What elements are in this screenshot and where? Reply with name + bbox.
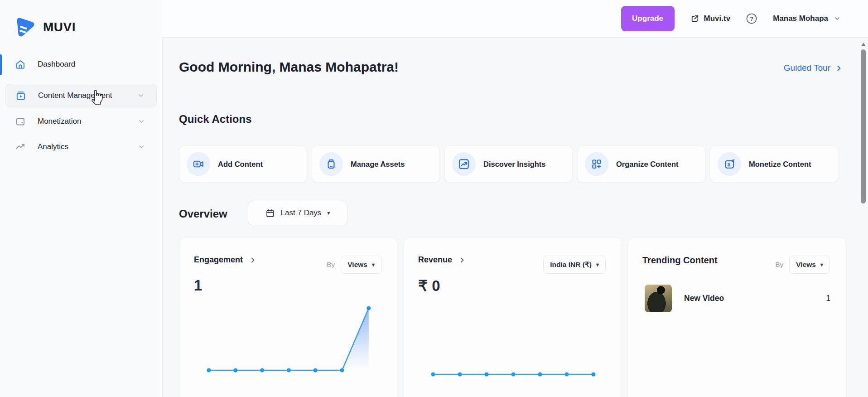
active-nav-indicator: [0, 54, 2, 75]
by-label: By: [775, 261, 783, 269]
topbar: Upgrade Muvi.tv ? Manas Mohapa: [162, 0, 868, 37]
sidebar-item-monetization[interactable]: Monetization: [5, 110, 157, 133]
engagement-card-link[interactable]: Engagement: [194, 255, 256, 265]
chart-insights-icon: [452, 152, 476, 176]
overview-cards: Engagement By Views ▾ 1: [179, 237, 846, 397]
revenue-card: Revenue India INR (₹) ▾ ₹ 0: [403, 237, 622, 397]
sidebar-item-dashboard[interactable]: Dashboard: [5, 53, 157, 76]
metric-value: Views: [796, 261, 816, 269]
svg-text:$: $: [728, 162, 731, 167]
trending-metric-dropdown[interactable]: Views ▾: [789, 256, 830, 274]
overview-title: Overview: [179, 208, 227, 220]
grid-plus-icon: [585, 152, 608, 176]
sidebar-item-label: Dashboard: [38, 60, 75, 69]
muvi-dashboard-page: MUVI Dashboard Content Management: [0, 0, 868, 397]
caret-down-icon: ▾: [327, 210, 330, 216]
external-link-icon: [690, 14, 699, 24]
sidebar-item-label: Monetization: [38, 117, 81, 126]
revenue-title: Revenue: [418, 255, 452, 265]
date-range-value: Last 7 Days: [281, 208, 322, 218]
chevron-right-icon: [835, 64, 843, 72]
main-content: Good Morning, Manas Mohapatra! Guided To…: [162, 37, 868, 397]
wallet-icon: [15, 116, 26, 127]
user-menu[interactable]: Manas Mohapa: [773, 14, 841, 23]
guided-tour-link[interactable]: Guided Tour: [784, 63, 843, 73]
trending-title: Trending Content: [642, 255, 718, 266]
brand-name: MUVI: [43, 20, 76, 34]
upgrade-button[interactable]: Upgrade: [621, 6, 675, 31]
engagement-card: Engagement By Views ▾ 1: [179, 237, 398, 397]
sidebar: MUVI Dashboard Content Management: [0, 0, 162, 397]
chevron-right-icon: [458, 257, 466, 264]
organize-content-button[interactable]: Organize Content: [577, 145, 705, 183]
sidebar-item-content-management[interactable]: Content Management: [5, 84, 157, 107]
date-range-dropdown[interactable]: Last 7 Days ▾: [248, 201, 347, 225]
quick-action-label: Discover Insights: [483, 160, 546, 169]
assets-box-icon: [319, 152, 343, 176]
video-library-icon: [15, 90, 26, 101]
money-in-icon: $: [718, 152, 741, 176]
metric-value: Views: [347, 261, 367, 269]
trending-up-icon: [15, 141, 26, 152]
trending-content-card: Trending Content By Views ▾ New Video 1: [627, 237, 846, 397]
caret-down-icon: ▾: [820, 261, 823, 268]
trending-list-item[interactable]: New Video 1: [645, 285, 830, 312]
engagement-title: Engagement: [194, 255, 243, 265]
muvi-tv-link[interactable]: Muvi.tv: [690, 14, 731, 24]
home-icon: [15, 59, 26, 70]
user-name: Manas Mohapa: [773, 14, 828, 23]
quick-action-label: Monetize Content: [749, 160, 811, 169]
caret-down-icon: ▾: [372, 261, 375, 268]
chevron-down-icon: [138, 118, 145, 125]
sidebar-item-label: Analytics: [38, 142, 68, 151]
brand-logo[interactable]: MUVI: [15, 17, 76, 37]
quick-actions-row: Add Content Manage Assets: [179, 145, 838, 183]
quick-action-label: Add Content: [218, 160, 263, 169]
add-content-button[interactable]: Add Content: [179, 145, 307, 183]
engagement-metric-dropdown[interactable]: Views ▾: [341, 256, 381, 274]
chevron-down-icon: [137, 92, 145, 99]
quick-actions-title: Quick Actions: [179, 113, 251, 126]
muvi-logo-icon: [15, 17, 36, 37]
page-title: Good Morning, Manas Mohapatra!: [179, 59, 399, 75]
guided-tour-label: Guided Tour: [784, 63, 830, 73]
scrollbar-thumb[interactable]: [861, 49, 866, 203]
currency-dropdown[interactable]: India INR (₹) ▾: [543, 256, 606, 274]
sidebar-item-analytics[interactable]: Analytics: [5, 135, 157, 159]
quick-action-label: Organize Content: [616, 160, 679, 169]
svg-text:?: ?: [750, 16, 753, 22]
scroll-up-arrow[interactable]: [861, 43, 866, 46]
sidebar-item-label: Content Management: [38, 91, 112, 100]
engagement-value: 1: [194, 277, 202, 294]
calendar-icon: [265, 208, 275, 218]
chevron-down-icon: [138, 143, 145, 150]
revenue-card-link[interactable]: Revenue: [418, 255, 466, 265]
muvi-tv-label: Muvi.tv: [704, 14, 731, 23]
revenue-value: ₹ 0: [418, 277, 440, 295]
video-title: New Video: [684, 294, 724, 303]
quick-action-label: Manage Assets: [351, 160, 405, 169]
video-thumbnail: [645, 285, 672, 312]
discover-insights-button[interactable]: Discover Insights: [444, 145, 573, 183]
caret-down-icon: ▾: [596, 261, 599, 268]
currency-value: India INR (₹): [550, 261, 592, 269]
vertical-scrollbar[interactable]: [860, 37, 867, 397]
video-view-count: 1: [826, 294, 830, 303]
chevron-down-icon: [834, 15, 841, 22]
monetize-content-button[interactable]: $ Monetize Content: [710, 145, 838, 183]
by-label: By: [327, 261, 335, 269]
chevron-right-icon: [249, 257, 256, 264]
video-plus-icon: [187, 152, 210, 176]
help-icon[interactable]: ?: [746, 13, 757, 24]
manage-assets-button[interactable]: Manage Assets: [312, 145, 440, 183]
